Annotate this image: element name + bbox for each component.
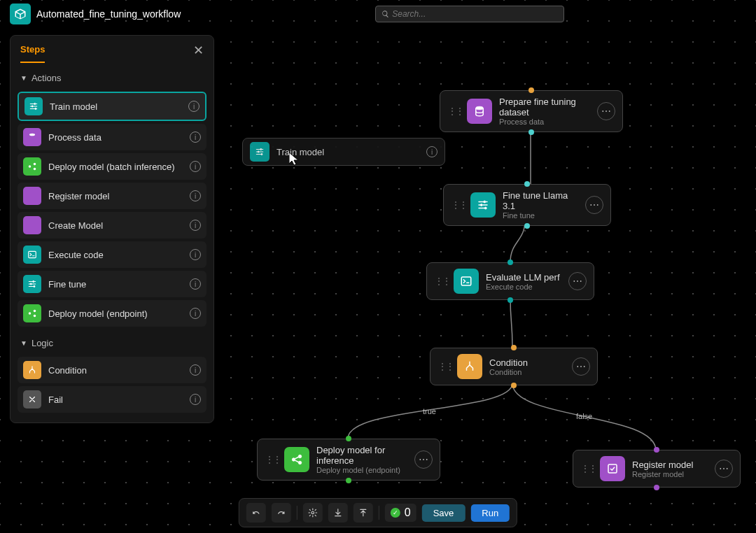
port-top[interactable] xyxy=(528,87,534,93)
edge-label-true: true xyxy=(423,407,436,415)
drag-preview-node[interactable]: Train model i xyxy=(242,138,445,166)
ellipsis-icon[interactable]: ⋯ xyxy=(585,196,603,214)
action-deploy-endpoint[interactable]: Deploy model (endpoint) i xyxy=(18,300,206,327)
cursor-icon xyxy=(289,152,302,166)
port-top[interactable] xyxy=(346,436,351,441)
drag-handle-icon[interactable]: ⋮⋮ xyxy=(438,361,453,372)
info-icon[interactable]: i xyxy=(190,161,201,172)
action-label: Create Model xyxy=(48,220,190,231)
action-create-model[interactable]: Create Model i xyxy=(18,212,206,239)
port-top[interactable] xyxy=(507,260,513,265)
run-button[interactable]: Run xyxy=(470,504,510,522)
svg-point-1 xyxy=(31,106,33,107)
logic-fail[interactable]: Fail i xyxy=(18,386,206,413)
svg-rect-7 xyxy=(29,192,35,199)
node-subtitle: Condition xyxy=(489,368,566,376)
svg-point-14 xyxy=(34,310,36,313)
node-title: Evaluate LLM perf xyxy=(486,272,563,283)
branch-icon xyxy=(23,361,41,379)
ellipsis-icon[interactable]: ⋯ xyxy=(414,450,433,469)
action-train-model[interactable]: Train model i xyxy=(18,92,206,121)
sliders-icon xyxy=(250,142,270,162)
redo-button[interactable] xyxy=(272,503,291,523)
port-top[interactable] xyxy=(511,345,517,350)
info-icon[interactable]: i xyxy=(190,364,201,376)
action-deploy-batch[interactable]: Deploy model (batch inference) i xyxy=(18,153,206,180)
port-bottom[interactable] xyxy=(654,485,659,490)
action-process-data[interactable]: Process data i xyxy=(18,124,206,150)
action-label: Deploy model (endpoint) xyxy=(48,308,190,319)
terminal-icon xyxy=(454,269,479,294)
action-label: Fail xyxy=(48,395,190,405)
svg-rect-9 xyxy=(29,251,36,257)
svg-point-11 xyxy=(30,283,31,285)
drag-handle-icon[interactable]: ⋮⋮ xyxy=(434,276,449,287)
save-button[interactable]: Save xyxy=(422,504,465,522)
search-box[interactable] xyxy=(375,6,564,22)
info-icon[interactable]: i xyxy=(190,220,201,231)
node-subtitle: Register model xyxy=(632,470,709,478)
tab-steps[interactable]: Steps xyxy=(20,44,45,63)
check-icon xyxy=(391,508,400,518)
port-bottom[interactable] xyxy=(511,383,517,388)
share-icon xyxy=(23,304,41,322)
gear-icon[interactable] xyxy=(303,503,323,523)
node-subtitle: Execute code xyxy=(486,283,563,291)
workflow-title: Automated_fine_tuning_workflow xyxy=(36,8,181,20)
info-icon[interactable]: i xyxy=(190,132,201,143)
action-fine-tune[interactable]: Fine tune i xyxy=(18,271,206,297)
ellipsis-icon[interactable]: ⋯ xyxy=(597,102,615,120)
node-subtitle: Deploy model (endpoint) xyxy=(316,466,409,474)
section-actions[interactable]: ▼ Actions xyxy=(10,64,214,89)
info-icon[interactable]: i xyxy=(426,146,438,157)
terminal-icon xyxy=(23,246,41,264)
node-fine-tune[interactable]: ⋮⋮ Fine tune Llama 3.1 Fine tune ⋯ xyxy=(443,184,611,226)
action-register-model[interactable]: Register model i xyxy=(18,183,206,209)
edge-label-false: false xyxy=(576,412,592,420)
branch-icon xyxy=(457,354,482,379)
node-condition[interactable]: ⋮⋮ Condition Condition ⋯ xyxy=(430,348,598,385)
info-icon[interactable]: i xyxy=(188,101,200,112)
check-box-icon xyxy=(600,456,625,481)
search-input[interactable] xyxy=(392,9,558,19)
svg-point-0 xyxy=(34,103,36,104)
node-register-model[interactable]: ⋮⋮ Register model Register model ⋯ xyxy=(573,450,741,488)
svg-point-18 xyxy=(261,153,262,155)
undo-button[interactable] xyxy=(246,503,266,523)
ellipsis-icon[interactable]: ⋯ xyxy=(572,357,590,376)
close-icon[interactable]: ✕ xyxy=(193,43,204,64)
ellipsis-icon[interactable]: ⋯ xyxy=(568,272,587,290)
svg-point-3 xyxy=(29,134,35,136)
node-deploy-inference[interactable]: ⋮⋮ Deploy model for inference Deploy mod… xyxy=(257,439,440,481)
ellipsis-icon[interactable]: ⋯ xyxy=(715,460,733,478)
port-bottom[interactable] xyxy=(528,129,534,135)
drag-handle-icon[interactable]: ⋮⋮ xyxy=(447,106,463,117)
port-top[interactable] xyxy=(524,181,530,187)
info-icon[interactable]: i xyxy=(190,249,201,260)
svg-point-19 xyxy=(476,106,484,110)
node-subtitle: Process data xyxy=(499,118,592,126)
svg-point-12 xyxy=(34,285,35,287)
action-execute-code[interactable]: Execute code i xyxy=(18,241,206,268)
info-icon[interactable]: i xyxy=(190,394,201,405)
download-icon[interactable] xyxy=(328,503,348,523)
upload-icon[interactable] xyxy=(354,503,373,523)
info-icon[interactable]: i xyxy=(190,190,201,201)
drag-handle-icon[interactable]: ⋮⋮ xyxy=(580,463,596,474)
info-icon[interactable]: i xyxy=(190,278,201,290)
port-top[interactable] xyxy=(654,447,659,453)
node-prepare-dataset[interactable]: ⋮⋮ Prepare fine tuning dataset Process d… xyxy=(440,90,623,132)
drag-handle-icon[interactable]: ⋮⋮ xyxy=(265,454,280,465)
svg-rect-23 xyxy=(461,277,471,285)
drag-handle-icon[interactable]: ⋮⋮ xyxy=(451,199,466,211)
port-bottom[interactable] xyxy=(346,478,351,483)
port-bottom[interactable] xyxy=(507,297,513,303)
info-icon[interactable]: i xyxy=(190,308,201,319)
sliders-icon xyxy=(23,275,41,293)
action-label: Register model xyxy=(48,191,190,201)
svg-point-16 xyxy=(260,148,262,150)
node-evaluate[interactable]: ⋮⋮ Evaluate LLM perf Execute code ⋯ xyxy=(426,262,594,300)
port-bottom[interactable] xyxy=(524,223,530,229)
logic-condition[interactable]: Condition i xyxy=(18,357,206,383)
section-logic[interactable]: ▼ Logic xyxy=(10,329,214,354)
